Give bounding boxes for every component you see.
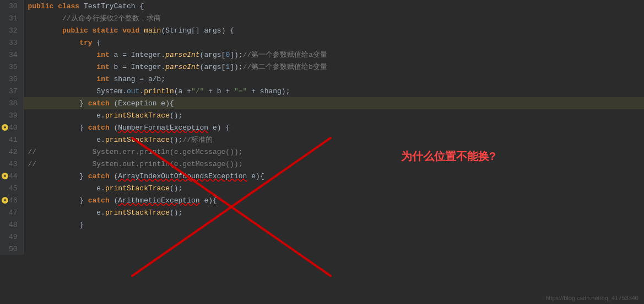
line-content: public static void main(String[] args) { xyxy=(23,24,644,36)
line-number: ✱46 xyxy=(0,194,23,206)
table-row: ✱44 } catch (ArrayIndexOutOfBoundsExcept… xyxy=(0,170,644,182)
line-content: } catch (ArrayIndexOutOfBoundsException … xyxy=(23,170,644,182)
table-row: 30 public class TestTryCatch { xyxy=(0,0,644,12)
line-content: e.printStackTrace();//标准的 xyxy=(23,134,644,146)
table-row: ✱40 } catch (NumberFormatException e) { xyxy=(0,121,644,134)
table-row: 43 // System.out.println(e.getMessage())… xyxy=(0,158,644,170)
line-number: 33 xyxy=(0,36,23,49)
line-content xyxy=(23,231,644,243)
line-content: int b = Integer.parseInt(args[1]);//第二个参… xyxy=(23,61,644,73)
line-number: 30 xyxy=(0,0,23,12)
table-row: 38 } catch (Exception e){ xyxy=(0,97,644,109)
table-row: 35 int b = Integer.parseInt(args[1]);//第… xyxy=(0,61,644,73)
line-number: 45 xyxy=(0,182,23,194)
line-number: 49 xyxy=(0,231,23,243)
watermark: https://blog.csdn.net/qq_41753340 xyxy=(545,295,638,301)
line-content: //从命令行接收2个整数，求商 xyxy=(23,12,644,24)
table-row: 37 System.out.println(a +"/" + b + "=" +… xyxy=(0,85,644,97)
line-content: int a = Integer.parseInt(args[0]);//第一个参… xyxy=(23,49,644,61)
table-row: 31 //从命令行接收2个整数，求商 xyxy=(0,12,644,24)
line-number: 39 xyxy=(0,109,23,121)
line-content: } catch (ArithmeticException e){ xyxy=(23,194,644,206)
table-row: 39 e.printStackTrace(); xyxy=(0,109,644,121)
line-number: 48 xyxy=(0,218,23,231)
line-number: ✱40 xyxy=(0,121,23,134)
line-number: 41 xyxy=(0,134,23,146)
line-content: public class TestTryCatch { xyxy=(23,0,644,12)
line-number: 38 xyxy=(0,97,23,109)
table-row: 42 // System.err.println(e.getMessage())… xyxy=(0,146,644,158)
line-number: 31 xyxy=(0,12,23,24)
line-number: 35 xyxy=(0,61,23,73)
table-row: ✱46 } catch (ArithmeticException e){ xyxy=(0,194,644,206)
table-row: 36 int shang = a/b; xyxy=(0,73,644,85)
line-number: 37 xyxy=(0,85,23,97)
line-number: 47 xyxy=(0,206,23,218)
table-row: 48 } xyxy=(0,218,644,231)
line-content: try { xyxy=(23,36,644,49)
table-row: 33 try { xyxy=(0,36,644,49)
line-number: 43 xyxy=(0,158,23,170)
line-content: e.printStackTrace(); xyxy=(23,109,644,121)
table-row: 49 xyxy=(0,231,644,243)
error-marker: ✱ xyxy=(2,173,8,179)
code-editor: 30 public class TestTryCatch { 31 //从命令行… xyxy=(0,0,644,304)
line-number: 34 xyxy=(0,49,23,61)
error-marker: ✱ xyxy=(2,124,8,131)
line-number: 42 xyxy=(0,146,23,158)
line-content: } catch (Exception e){ xyxy=(23,97,644,109)
line-content xyxy=(23,243,644,255)
line-content: // System.out.println(e.getMessage()); xyxy=(23,158,644,170)
line-content: e.printStackTrace(); xyxy=(23,182,644,194)
table-row: 50 xyxy=(0,243,644,255)
table-row: 32 public static void main(String[] args… xyxy=(0,24,644,36)
error-marker: ✱ xyxy=(2,197,8,204)
code-table: 30 public class TestTryCatch { 31 //从命令行… xyxy=(0,0,644,255)
line-number: 32 xyxy=(0,24,23,36)
table-row: 45 e.printStackTrace(); xyxy=(0,182,644,194)
table-row: 47 e.printStackTrace(); xyxy=(0,206,644,218)
line-content: System.out.println(a +"/" + b + "=" + sh… xyxy=(23,85,644,97)
table-row: 41 e.printStackTrace();//标准的 xyxy=(0,134,644,146)
line-content: } xyxy=(23,218,644,231)
line-content: // System.err.println(e.getMessage()); xyxy=(23,146,644,158)
line-content: } catch (NumberFormatException e) { xyxy=(23,121,644,134)
line-content: e.printStackTrace(); xyxy=(23,206,644,218)
line-number: 36 xyxy=(0,73,23,85)
line-number: 50 xyxy=(0,243,23,255)
line-number: ✱44 xyxy=(0,170,23,182)
table-row: 34 int a = Integer.parseInt(args[0]);//第… xyxy=(0,49,644,61)
line-content: int shang = a/b; xyxy=(23,73,644,85)
